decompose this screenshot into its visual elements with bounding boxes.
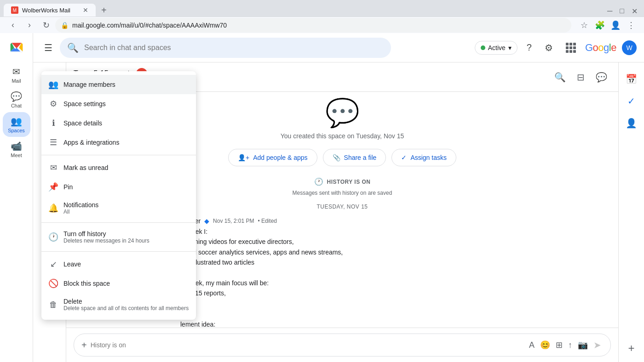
message-input[interactable] [91, 341, 523, 349]
apps-integrations-icon: ☰ [49, 137, 58, 147]
right-add-button[interactable]: + [628, 342, 634, 355]
delete-sub-text: Delete space and all of its contents for… [63, 305, 189, 311]
help-button[interactable]: ? [523, 39, 535, 57]
space-created-text: You created this space on Tuesday, Nov 1… [281, 132, 404, 140]
forward-button[interactable]: › [22, 18, 37, 33]
split-view-button[interactable]: ⊟ [573, 68, 588, 86]
active-label: Active [488, 44, 506, 51]
video-button[interactable]: 📷 [576, 338, 590, 352]
mark-unread-icon: ✉ [49, 163, 58, 173]
right-tasks-icon[interactable]: ✓ [624, 92, 639, 110]
upload-button[interactable]: ↑ [566, 338, 574, 352]
menu-item-turn-off-history[interactable]: 🕐 Turn off history Deletes new messages … [41, 226, 196, 249]
share-file-button[interactable]: 📎 Share a file [323, 149, 386, 166]
lock-icon: 🔒 [61, 22, 69, 29]
gmail-icon [9, 40, 24, 55]
search-bar[interactable]: 🔍 [60, 38, 391, 58]
mail-label: Mail [12, 78, 21, 84]
chat-icon: 💬 [11, 91, 22, 102]
active-status-badge[interactable]: Active ▾ [475, 41, 518, 55]
app-sidebar: ✉ Mail 💬 Chat 👥 Spaces 📹 Meet [0, 33, 33, 362]
user-avatar[interactable]: W [622, 40, 637, 55]
space-details-icon: ℹ [49, 118, 58, 128]
space-details-label: Space details [63, 119, 102, 127]
menu-item-leave[interactable]: ↙ Leave [41, 255, 196, 274]
meet-label: Meet [11, 153, 22, 158]
menu-item-delete[interactable]: 🗑 Delete Delete space and all of its con… [41, 293, 196, 316]
pin-icon: 📌 [49, 182, 58, 192]
leave-icon: ↙ [49, 259, 58, 269]
tab-close-button[interactable]: ✕ [83, 6, 88, 14]
menu-item-mark-unread[interactable]: ✉ Mark as unread [41, 158, 196, 177]
new-tab-button[interactable]: + [98, 4, 110, 17]
gmail-logo[interactable] [9, 37, 24, 62]
menu-item-manage-members[interactable]: 👥 Manage members [41, 75, 196, 94]
menu-item-space-details[interactable]: ℹ Space details [41, 113, 196, 133]
apps-grid-button[interactable] [562, 39, 580, 57]
history-icon: 🕐 [314, 177, 323, 186]
back-button[interactable]: ‹ [6, 18, 20, 33]
tab-title: WolberWorks Mail [22, 7, 70, 14]
add-people-apps-button[interactable]: 👤+ Add people & apps [228, 149, 317, 166]
right-sidebar: 📅 ✓ 👤 + [618, 62, 644, 362]
history-title-text: HISTORY IS ON [327, 179, 371, 185]
sidebar-item-spaces[interactable]: 👥 Spaces [3, 112, 30, 137]
assign-tasks-button[interactable]: ✓ Assign tasks [391, 149, 456, 166]
menu-item-space-settings[interactable]: ⚙ Space settings [41, 94, 196, 113]
close-button[interactable]: ✕ [629, 6, 640, 17]
thread-view-button[interactable]: 💬 [592, 68, 611, 86]
chat-label: Chat [11, 103, 22, 108]
menu-divider-1 [41, 155, 196, 155]
maximize-button[interactable]: □ [617, 6, 627, 17]
block-space-label: Block this space [63, 280, 110, 287]
minimize-button[interactable]: ─ [604, 6, 615, 17]
turn-off-history-sub: Turn off history Deletes new messages in… [63, 230, 150, 244]
format-text-button[interactable]: A [527, 338, 536, 352]
bookmark-button[interactable]: ☆ [577, 18, 592, 33]
search-chat-button[interactable]: 🔍 [551, 68, 569, 86]
share-file-icon: 📎 [333, 154, 340, 161]
sidebar-item-meet[interactable]: 📹 Meet [3, 137, 30, 162]
right-calendar-icon[interactable]: 📅 [622, 70, 641, 88]
refresh-button[interactable]: ↻ [39, 18, 53, 33]
menu-item-pin[interactable]: 📌 Pin [41, 177, 196, 197]
top-toolbar: ☰ 🔍 Active ▾ ? ⚙ [33, 33, 644, 62]
menu-item-notifications[interactable]: 🔔 Notifications All [41, 197, 196, 220]
turn-off-history-label: Turn off history [63, 230, 150, 238]
address-bar[interactable]: 🔒 mail.google.com/mail/u/0/#chat/space/A… [55, 18, 571, 33]
turn-off-history-icon: 🕐 [49, 232, 58, 242]
input-add-button[interactable]: + [81, 340, 87, 351]
block-space-icon: 🚫 [49, 278, 58, 288]
nav-right-actions: ☆ 🧩 👤 ⋮ [577, 18, 638, 33]
space-emoji-image: 💬 [325, 99, 360, 127]
profile-button[interactable]: 👤 [608, 18, 623, 33]
attach-button[interactable]: ⊞ [554, 338, 564, 352]
search-icon: 🔍 [67, 42, 79, 53]
menu-item-block-space[interactable]: 🚫 Block this space [41, 274, 196, 293]
add-people-label: Add people & apps [253, 154, 307, 161]
active-tab[interactable]: M WolberWorks Mail ✕ [4, 4, 96, 17]
delete-icon: 🗑 [49, 300, 58, 310]
extensions-button[interactable]: 🧩 [592, 18, 607, 33]
menu-divider-2 [41, 222, 196, 223]
sidebar-item-chat[interactable]: 💬 Chat [3, 87, 30, 112]
mail-icon: ✉ [12, 66, 20, 77]
dropdown-menu: 👥 Manage members ⚙ Space settings ℹ Spac… [41, 71, 196, 320]
google-wordmark: Google [585, 42, 616, 54]
tab-bar: M WolberWorks Mail ✕ + ─ □ ✕ [0, 0, 644, 17]
action-buttons: 👤+ Add people & apps 📎 Share a file ✓ As… [228, 149, 456, 166]
history-subtitle-text: Messages sent with history on are saved [293, 190, 392, 196]
settings-button[interactable]: ⚙ [541, 39, 557, 57]
search-input[interactable] [84, 44, 384, 52]
menu-item-apps-integrations[interactable]: ☰ Apps & integrations [41, 133, 196, 152]
notifications-sub: Notifications All [63, 201, 98, 215]
manage-members-label: Manage members [63, 81, 115, 88]
hamburger-menu-button[interactable]: ☰ [40, 39, 56, 57]
more-button[interactable]: ⋮ [624, 18, 638, 33]
sidebar-item-mail[interactable]: ✉ Mail [3, 62, 30, 87]
spaces-label: Spaces [8, 128, 25, 133]
emoji-button[interactable]: 😊 [538, 338, 552, 352]
right-contacts-icon[interactable]: 👤 [622, 114, 641, 132]
send-button[interactable]: ➤ [592, 338, 603, 352]
add-people-icon: 👤+ [238, 154, 249, 161]
